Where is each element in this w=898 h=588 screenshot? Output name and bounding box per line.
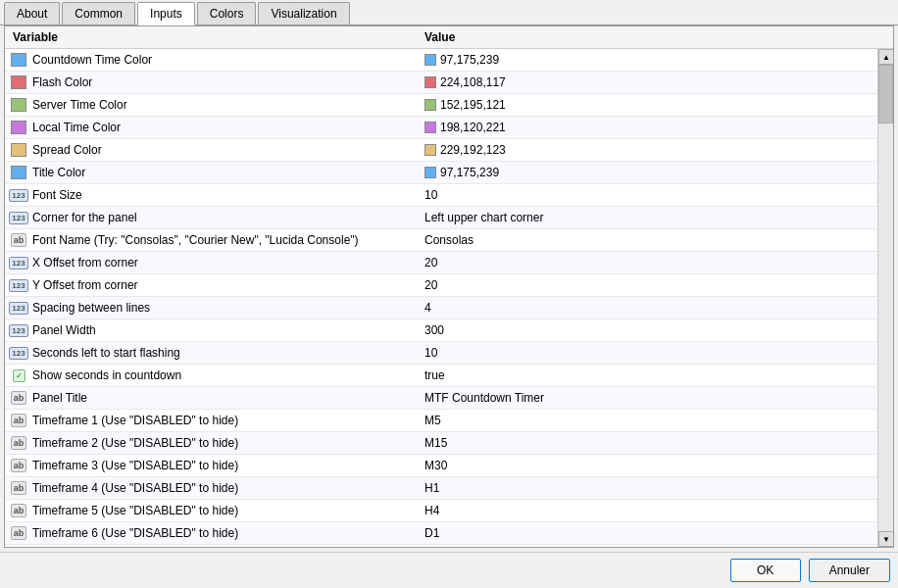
abc-icon: ab <box>9 231 28 249</box>
row-value-label: 4 <box>424 301 873 315</box>
table-row[interactable]: Server Time Color152,195,121 <box>5 94 877 117</box>
tab-bar: AboutCommonInputsColorsVisualization <box>0 0 898 25</box>
row-value-label: M5 <box>424 414 873 427</box>
row-value-label: 20 <box>424 256 873 270</box>
color-value-dot <box>424 122 436 133</box>
row-variable-label: Title Color <box>32 166 424 179</box>
row-variable-label: Panel Title <box>32 391 424 405</box>
num-icon: 123 <box>9 321 28 339</box>
tab-visualization[interactable]: Visualization <box>258 2 349 24</box>
row-value-label: 97,175,239 <box>424 53 873 67</box>
row-variable-label: Timeframe 4 (Use "DISABLED" to hide) <box>32 481 424 495</box>
row-value-label: 300 <box>424 323 873 337</box>
color-swatch-icon <box>9 119 28 136</box>
abc-icon: ab <box>9 434 28 452</box>
table-body[interactable]: Countdown Time Color97,175,239Flash Colo… <box>5 49 877 547</box>
row-variable-label: Timeframe 1 (Use "DISABLED" to hide) <box>32 414 424 427</box>
table-row[interactable]: abFont Name (Try: "Consolas", "Courier N… <box>5 229 877 252</box>
row-variable-label: Corner for the panel <box>32 211 424 224</box>
table-row[interactable]: 123Font Size10 <box>5 184 877 207</box>
row-value-label: 20 <box>424 278 873 292</box>
row-value-label: 198,120,221 <box>424 121 873 134</box>
tab-inputs[interactable]: Inputs <box>137 2 195 25</box>
table-row[interactable]: abTimeframe 3 (Use "DISABLED" to hide)M3… <box>5 455 877 477</box>
table-row[interactable]: 123Spacing between lines4 <box>5 297 877 319</box>
abc-icon: ab <box>9 389 28 407</box>
color-swatch-icon <box>9 141 28 159</box>
scroll-up-btn[interactable]: ▲ <box>878 49 893 65</box>
table-scroll-wrap: Countdown Time Color97,175,239Flash Colo… <box>5 49 893 547</box>
row-variable-label: Show seconds in countdown <box>32 368 424 382</box>
cancel-button[interactable]: Annuler <box>809 559 890 582</box>
table-row[interactable]: 123Seconds left to start flashing10 <box>5 342 877 365</box>
table-row[interactable]: Title Color97,175,239 <box>5 162 877 184</box>
tab-common[interactable]: Common <box>62 2 135 24</box>
num-icon: 123 <box>9 299 28 317</box>
table-row[interactable]: 123X Offset from corner20 <box>5 252 877 274</box>
table-header: Variable Value <box>5 26 893 49</box>
row-value-label: 224,108,117 <box>424 75 873 89</box>
table-row[interactable]: abTimeframe 5 (Use "DISABLED" to hide)H4 <box>5 500 877 522</box>
table-row[interactable]: abTimeframe 2 (Use "DISABLED" to hide)M1… <box>5 432 877 455</box>
table-row[interactable]: ✓Show seconds in countdowntrue <box>5 365 877 387</box>
row-value-label: H1 <box>424 481 873 495</box>
row-value-label: 229,192,123 <box>424 143 873 157</box>
row-value-label: 10 <box>424 188 873 202</box>
table-row[interactable]: abCustom Currency Pairs (comma-separated… <box>5 545 877 547</box>
row-value-label: 10 <box>424 346 873 360</box>
scroll-thumb[interactable] <box>878 65 893 123</box>
row-variable-label: Panel Width <box>32 323 424 337</box>
row-variable-label: Local Time Color <box>32 121 424 134</box>
table-row[interactable]: abPanel TitleMTF Countdown Timer <box>5 387 877 410</box>
bool-icon: ✓ <box>9 367 28 384</box>
abc-icon: ab <box>9 502 28 519</box>
num-icon: 123 <box>9 209 28 226</box>
row-value-label: Consolas <box>424 233 873 247</box>
row-variable-label: Timeframe 6 (Use "DISABLED" to hide) <box>32 526 424 540</box>
tab-colors[interactable]: Colors <box>197 2 257 24</box>
row-variable-label: Flash Color <box>32 75 424 89</box>
num-icon: 123 <box>9 254 28 271</box>
table-row[interactable]: abTimeframe 6 (Use "DISABLED" to hide)D1 <box>5 522 877 545</box>
table-row[interactable]: Flash Color224,108,117 <box>5 72 877 94</box>
content-panel: Variable Value Countdown Time Color97,17… <box>4 25 894 548</box>
abc-icon: ab <box>9 412 28 429</box>
color-swatch-icon <box>9 164 28 181</box>
row-value-label: 97,175,239 <box>424 166 873 179</box>
row-value-label: MTF Countdown Timer <box>424 391 873 405</box>
row-value-label: 152,195,121 <box>424 98 873 112</box>
tab-about[interactable]: About <box>4 2 60 24</box>
row-variable-label: Font Name (Try: "Consolas", "Courier New… <box>32 233 424 247</box>
main-window: AboutCommonInputsColorsVisualization Var… <box>0 0 898 588</box>
table-row[interactable]: 123Corner for the panelLeft upper chart … <box>5 207 877 229</box>
ok-button[interactable]: OK <box>730 559 801 582</box>
row-variable-label: Countdown Time Color <box>32 53 424 67</box>
row-variable-label: Timeframe 2 (Use "DISABLED" to hide) <box>32 436 424 450</box>
table-row[interactable]: 123Y Offset from corner20 <box>5 274 877 297</box>
col-header-variable: Variable <box>13 30 424 44</box>
row-variable-label: Timeframe 3 (Use "DISABLED" to hide) <box>32 459 424 472</box>
table-row[interactable]: Spread Color229,192,123 <box>5 139 877 162</box>
num-icon: 123 <box>9 186 28 204</box>
row-variable-label: Timeframe 5 (Use "DISABLED" to hide) <box>32 504 424 517</box>
row-variable-label: X Offset from corner <box>32 256 424 270</box>
color-value-dot <box>424 167 436 178</box>
scroll-down-btn[interactable]: ▼ <box>878 531 893 547</box>
footer: OK Annuler <box>0 552 898 588</box>
color-swatch-icon <box>9 74 28 91</box>
color-value-dot <box>424 144 436 156</box>
table-row[interactable]: 123Panel Width300 <box>5 319 877 342</box>
scrollbar[interactable]: ▲ ▼ <box>877 49 893 547</box>
color-value-dot <box>424 54 436 66</box>
num-icon: 123 <box>9 344 28 362</box>
table-row[interactable]: Local Time Color198,120,221 <box>5 117 877 139</box>
table-row[interactable]: abTimeframe 4 (Use "DISABLED" to hide)H1 <box>5 477 877 500</box>
table-row[interactable]: abTimeframe 1 (Use "DISABLED" to hide)M5 <box>5 410 877 432</box>
row-variable-label: Spacing between lines <box>32 301 424 315</box>
table-row[interactable]: Countdown Time Color97,175,239 <box>5 49 877 72</box>
abc-icon: ab <box>9 479 28 497</box>
scroll-track[interactable] <box>878 65 893 531</box>
color-value-dot <box>424 99 436 111</box>
color-swatch-icon <box>9 51 28 69</box>
row-value-label: true <box>424 368 873 382</box>
